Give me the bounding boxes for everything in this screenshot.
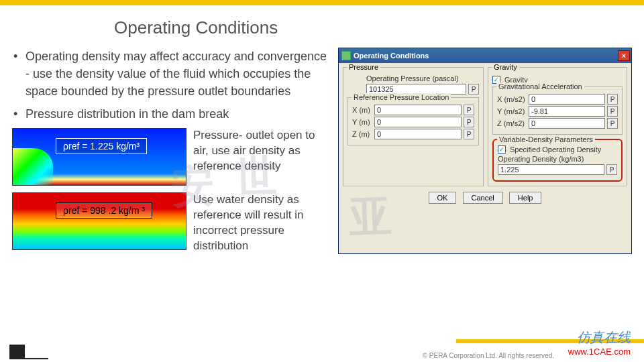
close-icon[interactable]: × [618, 50, 630, 61]
y-label: Y (m) [352, 118, 372, 126]
gz-label: Z (m/s2) [497, 119, 527, 127]
dialog-body: Pressure Operating Pressure (pascal) 101… [339, 63, 631, 188]
z-label: Z (m) [352, 130, 372, 138]
pera-logo [9, 345, 48, 359]
group-title: Reference Pressure Location [352, 93, 451, 101]
figure-desc: Pressure- outlet open to air, use air de… [193, 128, 327, 186]
z-input[interactable]: 0 [374, 129, 462, 139]
op-density-label: Operating Density (kg/m3) [498, 155, 617, 163]
copyright-text: © PERA Corporation Ltd. All rights reser… [423, 352, 554, 359]
p-button[interactable]: P [607, 94, 618, 105]
gx-input[interactable]: 0 [529, 94, 605, 105]
op-density-input[interactable]: 1.225 [498, 164, 604, 175]
p-button[interactable]: P [607, 118, 618, 129]
x-label: X (m) [352, 106, 372, 114]
brand-url: www.1CAE.com [568, 347, 631, 357]
p-button[interactable]: P [464, 117, 474, 127]
help-button[interactable]: Help [509, 192, 542, 204]
p-button[interactable]: P [464, 105, 474, 115]
gx-label: X (m/s2) [497, 95, 527, 103]
bullet-list: Operating density may affect accuracy an… [12, 48, 331, 123]
grav-accel-group: Gravitational Acceleration X (m/s2) 0 P … [492, 86, 623, 135]
ok-button[interactable]: OK [429, 192, 457, 204]
ref-pressure-location-group: Reference Pressure Location X (m) 0 P Y … [347, 97, 479, 145]
left-column: Operating density may affect accuracy an… [12, 48, 331, 254]
figure-desc: Use water density as reference will resu… [193, 192, 327, 254]
top-accent-bar [0, 0, 644, 5]
op-pressure-label: Operating Pressure (pascal) [366, 74, 479, 82]
dialog-button-row: OK Cancel Help [339, 188, 631, 209]
y-input[interactable]: 0 [374, 117, 462, 127]
group-title: Gravitational Acceleration [496, 82, 584, 90]
pressure-plot-air: ρref = 1.225 kg/m³ [12, 128, 186, 186]
content-area: Operating density may affect accuracy an… [0, 48, 644, 254]
pressure-group: Pressure Operating Pressure (pascal) 101… [343, 67, 484, 186]
group-title: Variable-Density Parameters [497, 135, 595, 143]
dialog-title: Operating Conditions [354, 52, 618, 60]
figure-row-2: ρref = 998 .2 kg/m ³ Use water density a… [12, 192, 331, 254]
variable-density-group: Variable-Density Parameters ✓ Specified … [492, 139, 623, 182]
p-button[interactable]: P [607, 106, 618, 117]
footer: © PERA Corporation Ltd. All rights reser… [9, 345, 635, 359]
brand-cn-text: 仿真在线 [568, 328, 631, 347]
x-input[interactable]: 0 [374, 105, 462, 115]
rho-ref-label: ρref = 1.225 kg/m³ [56, 138, 147, 154]
dialog-icon [341, 51, 351, 60]
rho-ref-label: ρref = 998 .2 kg/m ³ [56, 202, 152, 219]
spec-op-density-label: Specified Operating Density [510, 145, 601, 154]
group-title: Pressure [347, 63, 380, 71]
brand-overlay: 仿真在线 www.1CAE.com [568, 328, 631, 357]
cancel-button[interactable]: Cancel [463, 192, 503, 204]
page-title: Operating Conditions [114, 17, 644, 38]
p-button[interactable]: P [468, 84, 479, 95]
p-button[interactable]: P [606, 164, 617, 175]
gy-label: Y (m/s2) [497, 107, 527, 115]
figure-row-1: ρref = 1.225 kg/m³ Pressure- outlet open… [12, 128, 331, 186]
dialog-titlebar[interactable]: Operating Conditions × [339, 48, 631, 63]
p-button[interactable]: P [464, 129, 474, 139]
pressure-plot-water: ρref = 998 .2 kg/m ³ [12, 192, 186, 250]
spec-op-density-checkbox[interactable]: ✓ [498, 145, 506, 154]
gravity-group: Gravity ✓ Gravity Gravitational Accelera… [488, 67, 627, 186]
gy-input[interactable]: -9.81 [529, 106, 605, 117]
gz-input[interactable]: 0 [529, 118, 605, 129]
bullet-item: Operating density may affect accuracy an… [12, 48, 331, 100]
bullet-item: Pressure distribution in the dam break [12, 105, 331, 123]
operating-conditions-dialog: Operating Conditions × Pressure Operatin… [338, 48, 632, 254]
group-title: Gravity [492, 63, 519, 71]
